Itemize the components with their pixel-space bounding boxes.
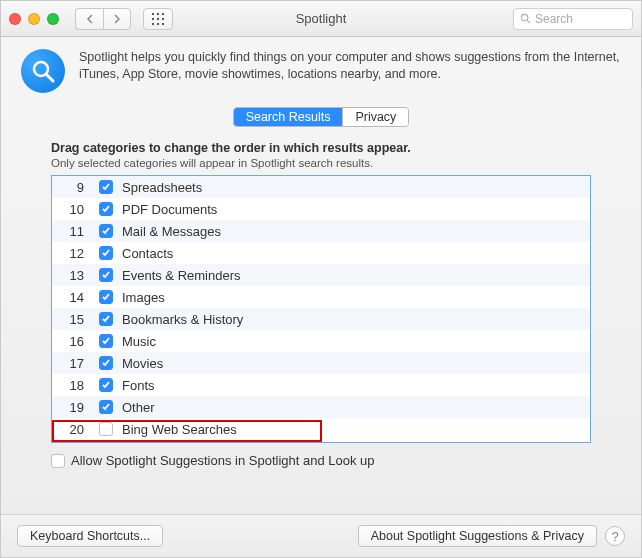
category-checkbox[interactable] bbox=[99, 202, 113, 216]
category-number: 15 bbox=[52, 312, 92, 327]
category-checkbox[interactable] bbox=[99, 378, 113, 392]
category-row[interactable]: 9Spreadsheets bbox=[52, 176, 590, 198]
category-checkbox[interactable] bbox=[99, 180, 113, 194]
content-area: Spotlight helps you quickly find things … bbox=[1, 37, 641, 514]
keyboard-shortcuts-button[interactable]: Keyboard Shortcuts... bbox=[17, 525, 163, 547]
svg-line-10 bbox=[527, 20, 530, 23]
category-label: Mail & Messages bbox=[120, 224, 221, 239]
svg-rect-0 bbox=[152, 13, 154, 15]
about-suggestions-button[interactable]: About Spotlight Suggestions & Privacy bbox=[358, 525, 597, 547]
back-button[interactable] bbox=[75, 8, 103, 30]
search-icon bbox=[520, 13, 531, 24]
category-number: 11 bbox=[52, 224, 92, 239]
category-row[interactable]: 14Images bbox=[52, 286, 590, 308]
category-row[interactable]: 19Other bbox=[52, 396, 590, 418]
svg-rect-5 bbox=[162, 18, 164, 20]
results-panel: Drag categories to change the order in w… bbox=[21, 141, 621, 504]
svg-rect-4 bbox=[157, 18, 159, 20]
category-label: Bing Web Searches bbox=[120, 422, 237, 437]
footer: Keyboard Shortcuts... About Spotlight Su… bbox=[1, 514, 641, 557]
category-number: 19 bbox=[52, 400, 92, 415]
category-label: PDF Documents bbox=[120, 202, 217, 217]
category-row[interactable]: 18Fonts bbox=[52, 374, 590, 396]
category-checkbox[interactable] bbox=[99, 400, 113, 414]
category-checkbox[interactable] bbox=[99, 334, 113, 348]
category-label: Music bbox=[120, 334, 156, 349]
tab-bar: Search Results Privacy bbox=[21, 107, 621, 127]
svg-line-12 bbox=[47, 75, 54, 82]
minimize-window-button[interactable] bbox=[28, 13, 40, 25]
allow-suggestions-label: Allow Spotlight Suggestions in Spotlight… bbox=[71, 453, 375, 468]
category-label: Images bbox=[120, 290, 165, 305]
forward-button[interactable] bbox=[103, 8, 131, 30]
category-list[interactable]: 9Spreadsheets10PDF Documents11Mail & Mes… bbox=[51, 175, 591, 443]
category-checkbox[interactable] bbox=[99, 224, 113, 238]
nav-buttons bbox=[75, 8, 131, 30]
category-row[interactable]: 15Bookmarks & History bbox=[52, 308, 590, 330]
category-number: 20 bbox=[52, 422, 92, 437]
preferences-window: Spotlight Search Spotlight helps you qui… bbox=[0, 0, 642, 558]
category-checkbox[interactable] bbox=[99, 290, 113, 304]
intro-text: Spotlight helps you quickly find things … bbox=[79, 49, 621, 83]
grid-icon bbox=[152, 13, 164, 25]
category-row[interactable]: 16Music bbox=[52, 330, 590, 352]
svg-rect-3 bbox=[152, 18, 154, 20]
svg-rect-7 bbox=[157, 23, 159, 25]
category-label: Bookmarks & History bbox=[120, 312, 243, 327]
panel-subtext: Only selected categories will appear in … bbox=[51, 157, 591, 169]
category-row[interactable]: 11Mail & Messages bbox=[52, 220, 590, 242]
show-all-button[interactable] bbox=[143, 8, 173, 30]
category-row[interactable]: 10PDF Documents bbox=[52, 198, 590, 220]
svg-rect-2 bbox=[162, 13, 164, 15]
intro: Spotlight helps you quickly find things … bbox=[21, 49, 621, 93]
category-number: 18 bbox=[52, 378, 92, 393]
allow-suggestions-checkbox[interactable] bbox=[51, 454, 65, 468]
help-button[interactable]: ? bbox=[605, 526, 625, 546]
category-label: Movies bbox=[120, 356, 163, 371]
chevron-right-icon bbox=[113, 14, 121, 24]
close-window-button[interactable] bbox=[9, 13, 21, 25]
svg-point-9 bbox=[521, 14, 527, 20]
chevron-left-icon bbox=[86, 14, 94, 24]
search-input[interactable]: Search bbox=[513, 8, 633, 30]
svg-rect-1 bbox=[157, 13, 159, 15]
category-row[interactable]: 20Bing Web Searches bbox=[52, 418, 590, 440]
panel-heading: Drag categories to change the order in w… bbox=[51, 141, 591, 155]
category-checkbox[interactable] bbox=[99, 312, 113, 326]
category-number: 17 bbox=[52, 356, 92, 371]
category-label: Other bbox=[120, 400, 155, 415]
zoom-window-button[interactable] bbox=[47, 13, 59, 25]
help-icon: ? bbox=[611, 529, 618, 544]
spotlight-icon bbox=[21, 49, 65, 93]
window-title: Spotlight bbox=[296, 11, 347, 26]
category-checkbox[interactable] bbox=[99, 268, 113, 282]
category-number: 16 bbox=[52, 334, 92, 349]
titlebar: Spotlight Search bbox=[1, 1, 641, 37]
category-row[interactable]: 13Events & Reminders bbox=[52, 264, 590, 286]
category-label: Spreadsheets bbox=[120, 180, 202, 195]
window-controls bbox=[9, 13, 59, 25]
magnifier-icon bbox=[30, 58, 56, 84]
category-number: 9 bbox=[52, 180, 92, 195]
category-number: 10 bbox=[52, 202, 92, 217]
tab-search-results[interactable]: Search Results bbox=[234, 108, 343, 126]
allow-suggestions-row[interactable]: Allow Spotlight Suggestions in Spotlight… bbox=[51, 453, 591, 468]
svg-rect-6 bbox=[152, 23, 154, 25]
category-number: 13 bbox=[52, 268, 92, 283]
category-row[interactable]: 12Contacts bbox=[52, 242, 590, 264]
tab-privacy[interactable]: Privacy bbox=[342, 108, 408, 126]
category-number: 12 bbox=[52, 246, 92, 261]
category-label: Contacts bbox=[120, 246, 173, 261]
category-number: 14 bbox=[52, 290, 92, 305]
category-label: Events & Reminders bbox=[120, 268, 241, 283]
category-checkbox[interactable] bbox=[99, 246, 113, 260]
svg-rect-8 bbox=[162, 23, 164, 25]
search-placeholder: Search bbox=[535, 12, 573, 26]
category-checkbox[interactable] bbox=[99, 422, 113, 436]
category-checkbox[interactable] bbox=[99, 356, 113, 370]
category-row[interactable]: 17Movies bbox=[52, 352, 590, 374]
category-label: Fonts bbox=[120, 378, 155, 393]
